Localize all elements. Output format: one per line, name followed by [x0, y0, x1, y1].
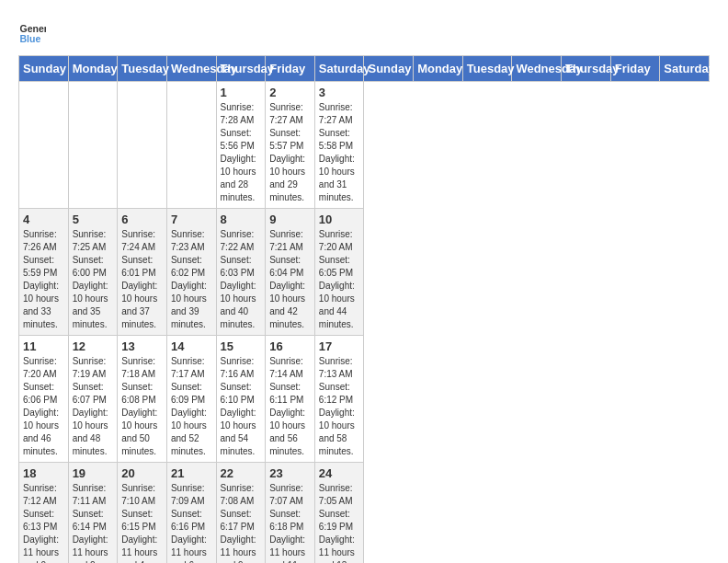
- day-info: Sunrise: 7:10 AM Sunset: 6:15 PM Dayligh…: [121, 482, 163, 563]
- calendar-cell: 16Sunrise: 7:14 AM Sunset: 6:11 PM Dayli…: [266, 336, 315, 463]
- calendar-cell: 17Sunrise: 7:13 AM Sunset: 6:12 PM Dayli…: [314, 336, 364, 463]
- logo-icon: General Blue: [18, 18, 46, 46]
- calendar-cell: 9Sunrise: 7:21 AM Sunset: 6:04 PM Daylig…: [266, 209, 315, 336]
- calendar-cell: 15Sunrise: 7:16 AM Sunset: 6:10 PM Dayli…: [216, 336, 266, 463]
- day-info: Sunrise: 7:28 AM Sunset: 5:56 PM Dayligh…: [221, 101, 262, 204]
- calendar-cell: 19Sunrise: 7:11 AM Sunset: 6:14 PM Dayli…: [68, 463, 118, 564]
- day-info: Sunrise: 7:23 AM Sunset: 6:02 PM Dayligh…: [171, 228, 212, 331]
- day-number: 16: [269, 339, 311, 353]
- calendar-cell: [68, 82, 118, 209]
- day-header-tuesday: Tuesday: [462, 56, 512, 82]
- day-header-monday: Monday: [414, 56, 463, 82]
- day-header-sunday: Sunday: [364, 56, 414, 82]
- day-number: 12: [73, 339, 114, 353]
- calendar-cell: 6Sunrise: 7:24 AM Sunset: 6:01 PM Daylig…: [118, 209, 167, 336]
- calendar-cell: 21Sunrise: 7:09 AM Sunset: 6:16 PM Dayli…: [166, 463, 216, 564]
- day-info: Sunrise: 7:26 AM Sunset: 5:59 PM Dayligh…: [23, 228, 64, 331]
- day-info: Sunrise: 7:09 AM Sunset: 6:16 PM Dayligh…: [171, 482, 212, 563]
- week-row-2: 4Sunrise: 7:26 AM Sunset: 5:59 PM Daylig…: [19, 209, 710, 336]
- header-row: SundayMondayTuesdayWednesdayThursdayFrid…: [19, 56, 710, 82]
- day-header-monday: Monday: [68, 56, 118, 82]
- day-info: Sunrise: 7:25 AM Sunset: 6:00 PM Dayligh…: [73, 228, 114, 331]
- calendar-cell: 20Sunrise: 7:10 AM Sunset: 6:15 PM Dayli…: [118, 463, 167, 564]
- day-number: 1: [221, 86, 262, 99]
- calendar-cell: 3Sunrise: 7:27 AM Sunset: 5:58 PM Daylig…: [314, 82, 364, 209]
- calendar-cell: [118, 82, 167, 209]
- day-number: 17: [319, 339, 360, 353]
- day-header-saturday: Saturday: [660, 56, 710, 82]
- day-number: 24: [319, 466, 360, 480]
- day-info: Sunrise: 7:21 AM Sunset: 6:04 PM Dayligh…: [269, 228, 311, 331]
- day-info: Sunrise: 7:18 AM Sunset: 6:08 PM Dayligh…: [121, 355, 163, 458]
- calendar-cell: 11Sunrise: 7:20 AM Sunset: 6:06 PM Dayli…: [19, 336, 69, 463]
- day-number: 7: [171, 213, 212, 226]
- day-info: Sunrise: 7:13 AM Sunset: 6:12 PM Dayligh…: [319, 355, 360, 458]
- day-info: Sunrise: 7:16 AM Sunset: 6:10 PM Dayligh…: [221, 355, 262, 458]
- calendar-cell: 5Sunrise: 7:25 AM Sunset: 6:00 PM Daylig…: [68, 209, 118, 336]
- day-info: Sunrise: 7:08 AM Sunset: 6:17 PM Dayligh…: [221, 482, 262, 563]
- day-number: 2: [269, 86, 311, 99]
- calendar-cell: 4Sunrise: 7:26 AM Sunset: 5:59 PM Daylig…: [19, 209, 69, 336]
- calendar-cell: 23Sunrise: 7:07 AM Sunset: 6:18 PM Dayli…: [266, 463, 315, 564]
- day-number: 21: [171, 466, 212, 480]
- day-number: 11: [23, 339, 64, 353]
- day-info: Sunrise: 7:07 AM Sunset: 6:18 PM Dayligh…: [269, 482, 311, 563]
- day-info: Sunrise: 7:27 AM Sunset: 5:57 PM Dayligh…: [269, 101, 311, 204]
- day-number: 19: [73, 466, 114, 480]
- day-number: 15: [221, 339, 262, 353]
- day-info: Sunrise: 7:17 AM Sunset: 6:09 PM Dayligh…: [171, 355, 212, 458]
- page-header: General Blue: [18, 18, 710, 46]
- calendar-cell: 24Sunrise: 7:05 AM Sunset: 6:19 PM Dayli…: [314, 463, 364, 564]
- week-row-1: 1Sunrise: 7:28 AM Sunset: 5:56 PM Daylig…: [19, 82, 710, 209]
- week-row-3: 11Sunrise: 7:20 AM Sunset: 6:06 PM Dayli…: [19, 336, 710, 463]
- day-info: Sunrise: 7:11 AM Sunset: 6:14 PM Dayligh…: [73, 482, 114, 563]
- day-info: Sunrise: 7:27 AM Sunset: 5:58 PM Dayligh…: [319, 101, 360, 204]
- svg-text:Blue: Blue: [20, 33, 41, 44]
- day-number: 14: [171, 339, 212, 353]
- day-number: 6: [121, 213, 163, 226]
- calendar-cell: 12Sunrise: 7:19 AM Sunset: 6:07 PM Dayli…: [68, 336, 118, 463]
- day-header-wednesday: Wednesday: [166, 56, 216, 82]
- day-number: 4: [23, 213, 64, 226]
- day-info: Sunrise: 7:20 AM Sunset: 6:06 PM Dayligh…: [23, 355, 64, 458]
- day-header-thursday: Thursday: [562, 56, 611, 82]
- day-number: 8: [221, 213, 262, 226]
- day-info: Sunrise: 7:12 AM Sunset: 6:13 PM Dayligh…: [23, 482, 64, 563]
- calendar-cell: [166, 82, 216, 209]
- day-header-wednesday: Wednesday: [512, 56, 562, 82]
- day-number: 13: [121, 339, 163, 353]
- calendar-cell: 22Sunrise: 7:08 AM Sunset: 6:17 PM Dayli…: [216, 463, 266, 564]
- calendar-cell: 8Sunrise: 7:22 AM Sunset: 6:03 PM Daylig…: [216, 209, 266, 336]
- day-number: 20: [121, 466, 163, 480]
- day-header-saturday: Saturday: [314, 56, 364, 82]
- calendar-cell: 1Sunrise: 7:28 AM Sunset: 5:56 PM Daylig…: [216, 82, 266, 209]
- day-info: Sunrise: 7:24 AM Sunset: 6:01 PM Dayligh…: [121, 228, 163, 331]
- calendar-cell: 7Sunrise: 7:23 AM Sunset: 6:02 PM Daylig…: [166, 209, 216, 336]
- week-row-4: 18Sunrise: 7:12 AM Sunset: 6:13 PM Dayli…: [19, 463, 710, 564]
- day-header-tuesday: Tuesday: [118, 56, 167, 82]
- day-number: 3: [319, 86, 360, 99]
- day-info: Sunrise: 7:14 AM Sunset: 6:11 PM Dayligh…: [269, 355, 311, 458]
- calendar-cell: 10Sunrise: 7:20 AM Sunset: 6:05 PM Dayli…: [314, 209, 364, 336]
- calendar-cell: [19, 82, 69, 209]
- logo: General Blue: [18, 18, 50, 46]
- day-header-friday: Friday: [266, 56, 315, 82]
- calendar-table: SundayMondayTuesdayWednesdayThursdayFrid…: [18, 55, 710, 563]
- day-info: Sunrise: 7:20 AM Sunset: 6:05 PM Dayligh…: [319, 228, 360, 331]
- day-info: Sunrise: 7:19 AM Sunset: 6:07 PM Dayligh…: [73, 355, 114, 458]
- calendar-cell: 2Sunrise: 7:27 AM Sunset: 5:57 PM Daylig…: [266, 82, 315, 209]
- day-header-thursday: Thursday: [216, 56, 266, 82]
- day-header-sunday: Sunday: [19, 56, 69, 82]
- day-info: Sunrise: 7:22 AM Sunset: 6:03 PM Dayligh…: [221, 228, 262, 331]
- day-number: 18: [23, 466, 64, 480]
- calendar-cell: 13Sunrise: 7:18 AM Sunset: 6:08 PM Dayli…: [118, 336, 167, 463]
- calendar-cell: 18Sunrise: 7:12 AM Sunset: 6:13 PM Dayli…: [19, 463, 69, 564]
- day-number: 22: [221, 466, 262, 480]
- day-info: Sunrise: 7:05 AM Sunset: 6:19 PM Dayligh…: [319, 482, 360, 563]
- calendar-cell: 14Sunrise: 7:17 AM Sunset: 6:09 PM Dayli…: [166, 336, 216, 463]
- day-number: 5: [73, 213, 114, 226]
- day-number: 23: [269, 466, 311, 480]
- day-header-friday: Friday: [610, 56, 660, 82]
- day-number: 10: [319, 213, 360, 226]
- day-number: 9: [269, 213, 311, 226]
